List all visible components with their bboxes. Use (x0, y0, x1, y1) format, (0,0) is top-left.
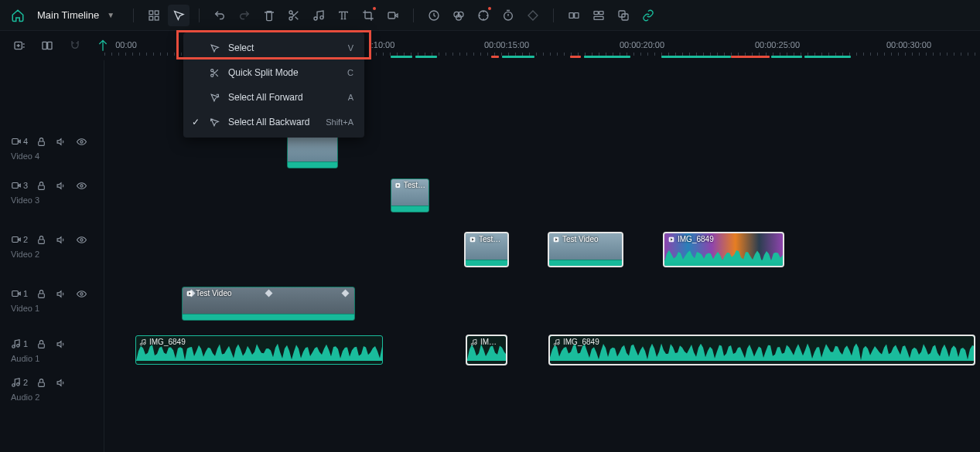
ruler-tick: 00:00:25:00 (755, 40, 800, 49)
record-icon[interactable] (382, 5, 404, 26)
menu-item-select-all-backward[interactable]: ✓ Select All Backward Shift+A (183, 110, 364, 134)
volume-icon[interactable] (54, 337, 68, 351)
svg-rect-1 (155, 11, 159, 15)
cut-icon[interactable] (283, 5, 305, 26)
ai-icon[interactable] (473, 5, 494, 26)
cursor-tool-icon[interactable] (168, 5, 190, 26)
eye-icon[interactable] (74, 287, 88, 301)
svg-rect-35 (38, 293, 44, 297)
svg-rect-24 (48, 42, 52, 49)
volume-icon[interactable] (54, 178, 68, 192)
align-icon[interactable] (588, 5, 610, 26)
track-header-video2: 2 Video 2 (0, 228, 104, 272)
text-icon[interactable] (333, 5, 354, 26)
menu-item-label: Select All Backward (228, 117, 318, 127)
lock-icon[interactable] (34, 178, 48, 192)
svg-rect-15 (569, 12, 573, 18)
video-track-icon: 3 (11, 180, 28, 191)
svg-point-30 (80, 184, 83, 186)
svg-rect-39 (38, 343, 44, 347)
svg-rect-23 (43, 42, 46, 49)
home-icon[interactable] (9, 7, 26, 24)
svg-point-33 (80, 238, 83, 240)
menu-item-quick-split-mode[interactable]: Quick Split Mode C (183, 60, 364, 85)
select-bwd-icon (208, 117, 220, 127)
volume-icon[interactable] (54, 287, 68, 301)
video-clip[interactable]: Test Video (182, 287, 355, 321)
link-icon[interactable] (637, 5, 659, 26)
select-fwd-icon (208, 93, 220, 103)
track-lane-audio1[interactable]: IMG_6849IM…IMG_6849 (104, 332, 980, 369)
svg-point-48 (140, 343, 142, 345)
video-clip[interactable]: Test… (391, 178, 429, 212)
track-lane-audio2[interactable] (104, 371, 980, 407)
timer-icon[interactable] (497, 5, 519, 26)
svg-rect-42 (38, 382, 44, 386)
add-track-icon[interactable] (11, 37, 28, 54)
menu-item-select[interactable]: Select V (183, 36, 364, 60)
crop-icon[interactable] (357, 5, 379, 26)
delete-icon[interactable] (258, 5, 280, 26)
track-header-video4: 4 Video 4 (0, 130, 104, 174)
volume-icon[interactable] (54, 233, 68, 246)
menu-item-label: Select All Forward (228, 92, 340, 103)
lock-icon[interactable] (34, 134, 48, 148)
svg-rect-0 (149, 11, 153, 15)
svg-rect-19 (594, 16, 603, 19)
audio-clip[interactable]: IMG_6849 (549, 335, 975, 365)
lock-icon[interactable] (34, 376, 48, 389)
timeline-title[interactable]: Main Timeline (37, 9, 99, 21)
track-label: Video 2 (11, 250, 96, 259)
lock-icon[interactable] (34, 233, 48, 246)
ruler-tick: 00:00:30:00 (886, 40, 931, 49)
menu-item-shortcut: A (348, 93, 353, 102)
music-icon[interactable] (308, 5, 330, 26)
delete-track-icon[interactable] (39, 37, 56, 54)
track-lane-video2[interactable]: Test…Test VideoIMG_6849 (104, 228, 980, 272)
undo-icon[interactable] (209, 5, 230, 26)
eye-icon[interactable] (74, 134, 88, 148)
track-lane-video1[interactable]: Test Video (104, 282, 980, 326)
translate-icon[interactable] (613, 5, 634, 26)
audio-clip[interactable]: IMG_6849 (135, 335, 383, 365)
ruler-tick: 00:00:15:00 (484, 40, 529, 49)
menu-item-select-all-forward[interactable]: Select All Forward A (183, 85, 364, 110)
group-icon[interactable] (563, 5, 585, 26)
color-icon[interactable] (448, 5, 470, 26)
track-label: Video 3 (11, 195, 96, 205)
video-clip[interactable]: Test… (465, 233, 508, 267)
track-header-video1: 1 Video 1 (0, 282, 104, 326)
cursor-icon (208, 43, 220, 53)
speed-icon[interactable] (423, 5, 445, 26)
svg-rect-17 (594, 11, 598, 14)
svg-point-40 (12, 384, 15, 387)
grid-icon[interactable] (143, 5, 165, 26)
track-header-audio1: 1 Audio 1 (0, 332, 104, 369)
svg-rect-18 (599, 11, 603, 14)
svg-rect-31 (12, 237, 19, 243)
menu-item-shortcut: V (348, 43, 353, 53)
lock-icon[interactable] (34, 337, 48, 351)
track-lane-video3[interactable]: Test… (104, 174, 980, 218)
audio-clip[interactable]: IM… (466, 335, 507, 365)
timeline-dropdown-caret[interactable]: ▼ (107, 11, 114, 19)
svg-rect-32 (38, 239, 44, 243)
video-track-icon: 2 (11, 234, 28, 245)
menu-item-label: Select (228, 42, 340, 53)
eye-icon[interactable] (74, 233, 88, 246)
lock-icon[interactable] (34, 287, 48, 301)
video-clip[interactable] (287, 134, 338, 168)
video-clip[interactable]: IMG_6849 (664, 233, 784, 267)
video-clip[interactable]: Test Video (548, 233, 623, 267)
svg-point-37 (12, 345, 15, 348)
keyframe-icon[interactable] (522, 5, 544, 26)
svg-point-6 (314, 17, 317, 20)
redo-icon[interactable] (234, 5, 255, 26)
ruler-tick: :10:00 (371, 40, 395, 49)
volume-icon[interactable] (54, 376, 68, 389)
magnet-icon[interactable] (67, 37, 84, 54)
volume-icon[interactable] (54, 134, 68, 148)
svg-point-52 (554, 343, 556, 345)
eye-icon[interactable] (74, 178, 88, 192)
svg-point-53 (557, 342, 559, 345)
